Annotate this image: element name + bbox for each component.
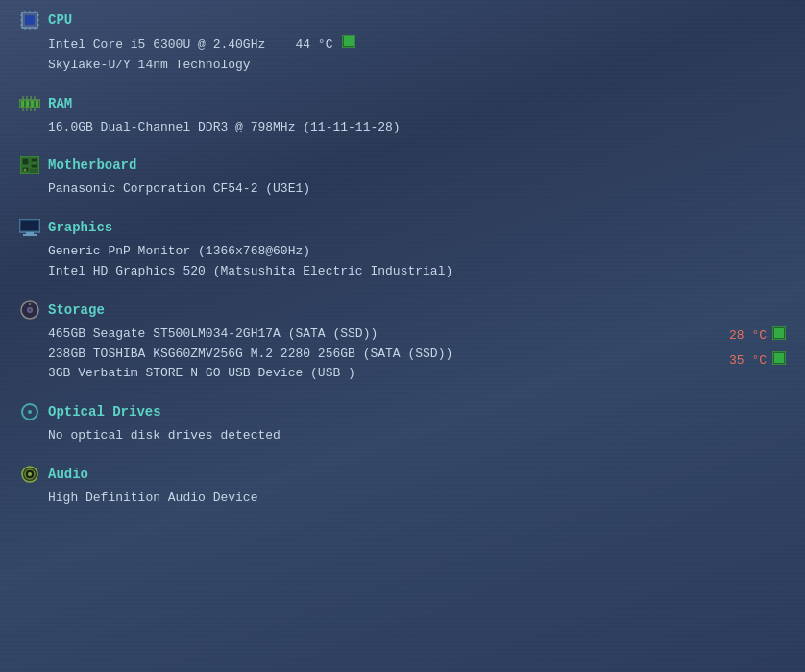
graphics-detail2: Intel HD Graphics 520 (Matsushita Electr… [48,262,786,282]
storage-icon [19,300,40,321]
storage-header: Storage [19,300,786,321]
motherboard-header: Motherboard [19,155,786,176]
storage-content: 465GB Seagate ST500LM034-2GH17A (SATA (S… [48,324,786,384]
graphics-content: Generic PnP Monitor (1366x768@60Hz) Inte… [48,242,786,282]
cpu-section: CPU Intel Core i5 6300U @ 2.40GHz 44 °C … [19,10,786,76]
svg-rect-18 [21,101,24,107]
audio-title: Audio [48,467,88,482]
optical-header: Optical Drives [19,401,786,422]
cpu-content: Intel Core i5 6300U @ 2.40GHz 44 °C Skyl… [48,35,786,76]
svg-rect-45 [774,328,784,338]
motherboard-title: Motherboard [48,157,136,173]
cpu-detail1: Intel Core i5 6300U @ 2.40GHz 44 °C [48,36,332,56]
cpu-detail2: Skylake-U/Y 14nm Technology [48,56,786,76]
cpu-title: CPU [48,12,72,28]
graphics-icon [19,217,40,238]
cpu-header: CPU [19,10,786,31]
storage-device3: 3GB Verbatim STORE N GO USB Device (USB … [48,364,714,384]
ram-title: RAM [48,96,72,111]
storage-section: Storage 465GB Seagate ST500LM034-2GH17A … [19,300,786,384]
motherboard-detail1: Panasonic Corporation CF54-2 (U3E1) [48,180,786,200]
optical-icon [19,401,40,422]
storage-rows: 465GB Seagate ST500LM034-2GH17A (SATA (S… [48,324,786,384]
optical-section: Optical Drives No optical disk drives de… [19,401,786,446]
ram-detail1: 16.0GB Dual-Channel DDR3 @ 798MHz (11-11… [48,118,786,138]
audio-content: High Definition Audio Device [48,489,786,509]
svg-point-35 [24,169,27,172]
storage-temp1: 28 °C [729,326,767,347]
storage-devices-list: 465GB Seagate ST500LM034-2GH17A (SATA (S… [48,324,714,384]
svg-rect-38 [26,232,34,234]
storage-device2: 238GB TOSHIBA KSG60ZMV256G M.2 2280 256G… [48,345,714,365]
ram-section: RAM 16.0GB Dual-Channel DDR3 @ 798MHz (1… [19,93,786,138]
optical-title: Optical Drives [48,404,161,420]
ram-header: RAM [19,93,786,114]
motherboard-content: Panasonic Corporation CF54-2 (U3E1) [48,180,786,200]
cpu-icon [19,10,40,31]
motherboard-section: Motherboard Panasonic Corporation CF54-2… [19,155,786,200]
storage-temp2-line: 35 °C [729,351,786,372]
ram-icon [19,93,40,114]
motherboard-icon [19,155,40,176]
audio-section: Audio High Definition Audio Device [19,464,786,509]
main-screen: CPU Intel Core i5 6300U @ 2.40GHz 44 °C … [0,0,805,672]
optical-content: No optical disk drives detected [48,426,786,446]
svg-rect-19 [26,101,29,107]
storage-temp1-bars [772,326,786,348]
svg-rect-37 [21,221,38,230]
audio-header: Audio [19,464,786,485]
storage-device1: 465GB Seagate ST500LM034-2GH17A (SATA (S… [48,324,714,345]
svg-rect-33 [31,164,37,168]
storage-title: Storage [48,302,105,318]
svg-rect-39 [23,234,37,236]
audio-icon [19,464,40,485]
svg-rect-32 [31,158,37,162]
ram-content: 16.0GB Dual-Channel DDR3 @ 798MHz (11-11… [48,118,786,138]
storage-temp2-bars [772,351,786,372]
svg-point-42 [29,308,32,311]
svg-point-43 [29,303,31,305]
svg-rect-16 [344,36,354,46]
graphics-title: Graphics [48,220,112,235]
svg-rect-47 [774,353,784,363]
svg-rect-2 [26,16,34,24]
svg-point-52 [28,472,32,476]
storage-temp2: 35 °C [729,351,767,372]
graphics-detail1: Generic PnP Monitor (1366x768@60Hz) [48,242,786,262]
graphics-section: Graphics Generic PnP Monitor (1366x768@6… [19,217,786,282]
storage-temp1-line: 28 °C [729,326,786,348]
graphics-header: Graphics [19,217,786,238]
cpu-temp-bars [342,35,355,56]
optical-detail1: No optical disk drives detected [48,426,786,446]
svg-rect-21 [36,101,38,107]
svg-rect-20 [31,101,34,107]
svg-point-49 [28,410,32,414]
svg-rect-31 [22,158,29,165]
audio-detail1: High Definition Audio Device [48,489,786,509]
storage-temps: 28 °C 35 °C [729,324,786,372]
